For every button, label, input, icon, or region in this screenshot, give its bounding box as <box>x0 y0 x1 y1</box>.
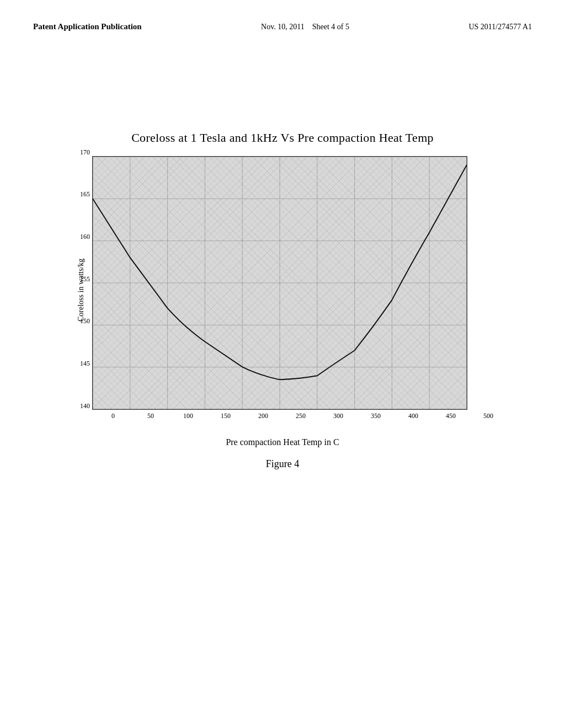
header-publication: Patent Application Publication <box>33 22 142 31</box>
x-axis-label: Pre compaction Heat Temp in C <box>226 437 339 447</box>
chart-area: Coreloss in watts/kg 140 145 150 155 160… <box>77 156 488 424</box>
x-tick-250: 250 <box>296 412 306 420</box>
x-tick-150: 150 <box>221 412 231 420</box>
chart-container: Coreloss at 1 Tesla and 1kHz Vs Pre comp… <box>33 131 532 470</box>
x-tick-200: 200 <box>258 412 268 420</box>
x-tick-300: 300 <box>333 412 343 420</box>
header-sheet: Sheet 4 of 5 <box>312 23 349 31</box>
x-tick-0: 0 <box>111 412 115 420</box>
page: Patent Application Publication Nov. 10, … <box>0 0 565 728</box>
x-ticks-row: 0 50 100 150 200 250 300 350 400 450 500 <box>113 412 488 424</box>
x-tick-50: 50 <box>147 412 154 420</box>
x-tick-450: 450 <box>446 412 456 420</box>
x-tick-500: 500 <box>483 412 493 420</box>
figure-label: Figure 4 <box>266 458 300 470</box>
header-date: Nov. 10, 2011 <box>261 23 305 31</box>
graph-box <box>92 156 467 410</box>
x-tick-350: 350 <box>371 412 381 420</box>
x-tick-100: 100 <box>183 412 193 420</box>
chart-svg <box>93 157 467 409</box>
x-tick-400: 400 <box>408 412 418 420</box>
chart-with-axes: 140 145 150 155 160 165 170 <box>90 156 488 424</box>
header-patent-number: US 2011/274577 A1 <box>468 23 532 31</box>
header: Patent Application Publication Nov. 10, … <box>33 22 532 31</box>
chart-inner: 140 145 150 155 160 165 170 <box>90 156 488 410</box>
header-date-sheet: Nov. 10, 2011 Sheet 4 of 5 <box>261 23 349 31</box>
chart-title: Coreloss at 1 Tesla and 1kHz Vs Pre comp… <box>131 131 434 145</box>
